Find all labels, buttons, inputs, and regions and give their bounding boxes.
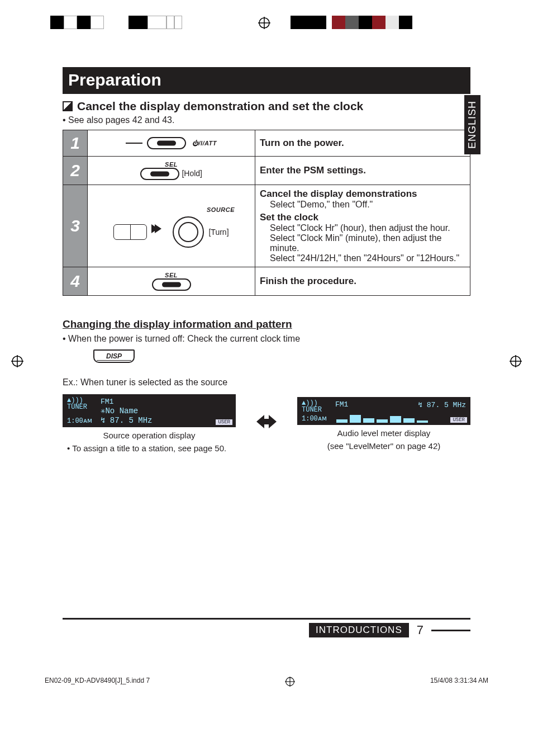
example-prefix: Ex.: When tuner is selected as the sourc… <box>63 377 470 388</box>
step-line: Select "Demo," then "Off." <box>260 200 465 210</box>
subsection2-title: Changing the display information and pat… <box>63 318 470 330</box>
step-row: 2 SEL [Hold] Enter the PSM settings. <box>63 157 470 185</box>
step-row: 3 SOURCE [Turn] Cancel the display demon… <box>63 185 470 267</box>
sel-button-icon <box>140 168 179 180</box>
leader-line-icon <box>126 143 142 144</box>
button-label: SOURCE <box>207 206 235 213</box>
button-label: SEL <box>140 161 202 168</box>
imprint-row: EN02-09_KD-ADV8490[J]_5.indd 7 15/4/08 3… <box>45 677 488 687</box>
level-meter-bars-icon <box>335 413 466 423</box>
lcd-display-meter: ▲))) TUNER FM1 ↯ 87. 5 MHz 1:00ᴀᴍ <box>297 397 470 425</box>
lcd-user-tag: USER <box>450 417 467 423</box>
pad-buttons-icon <box>113 224 147 240</box>
step-desc-title: Finish the procedure. <box>260 276 465 287</box>
caption2a: Audio level meter display <box>297 428 470 438</box>
lcd-band: FM1 <box>101 398 113 406</box>
caption1a: Source operation display <box>63 431 236 440</box>
registration-mark-icon <box>11 355 23 367</box>
subsection-title: Cancel the display demonstration and set… <box>77 100 363 113</box>
lcd-clock: 1:00ᴀᴍ <box>67 417 92 425</box>
lcd-display-source: ▲))) TUNER FM1 ✳No Name ↯ 87. 5 MHz 1:00… <box>63 394 236 427</box>
sel-button-icon <box>152 278 191 291</box>
step-number: 2 <box>63 157 88 185</box>
footer-section-label: INTRODUCTIONS <box>309 623 409 637</box>
registration-mark-icon <box>510 355 522 367</box>
lcd-freq: ↯ 87. 5 MHz <box>101 415 231 425</box>
skip-icon <box>151 224 168 240</box>
steps-table: 1 ⏻/I/ATT Turn on the power. 2 SEL [Hold… <box>63 130 470 296</box>
page-number: 7 <box>417 623 423 637</box>
lcd-tuner-label: TUNER <box>302 406 335 414</box>
bullet-box-icon <box>63 101 73 111</box>
lcd-tuner-label: TUNER <box>67 403 101 411</box>
registration-mark-icon <box>258 17 270 29</box>
footer: INTRODUCTIONS 7 <box>63 618 470 637</box>
action-label: [Turn] <box>208 228 229 237</box>
lcd-user-tag: USER <box>216 419 232 425</box>
dial-knob-icon <box>173 216 204 248</box>
language-tab: ENGLISH <box>464 95 480 154</box>
step-row: 1 ⏻/I/ATT Turn on the power. <box>63 130 470 157</box>
step-line: Select "Clock Hr" (hour), then adjust th… <box>260 223 465 233</box>
lcd-band: FM1 <box>335 400 348 409</box>
power-button-icon <box>147 137 186 149</box>
footer-bar-icon <box>431 630 470 631</box>
action-label: [Hold] <box>182 169 202 178</box>
step-desc-title: Turn on the power. <box>260 138 465 149</box>
caption1b: • To assign a title to a station, see pa… <box>63 443 236 453</box>
disp-button-icon: DISP <box>93 349 135 363</box>
step-number: 3 <box>63 185 88 267</box>
step-line: Select "24H/12H," then "24Hours" or "12H… <box>260 253 465 263</box>
registration-mark-icon <box>285 677 295 687</box>
crop-marks <box>0 11 533 34</box>
button-label: ⏻/I/ATT <box>192 140 217 147</box>
step-desc-title: Enter the PSM settings. <box>260 165 465 176</box>
button-label: SEL <box>92 272 250 278</box>
step-desc-title2: Set the clock <box>260 212 465 223</box>
imprint-time: 15/4/08 3:31:34 AM <box>430 677 488 687</box>
subsection2-note: • When the power is turned off: Check th… <box>63 334 470 344</box>
step-number: 4 <box>63 267 88 296</box>
lcd-name: ✳No Name <box>101 406 231 415</box>
lcd-clock: 1:00ᴀᴍ <box>302 414 327 423</box>
step-number: 1 <box>63 130 88 157</box>
caption2b: (see "LevelMeter" on page 42) <box>297 441 470 451</box>
lcd-freq: ↯ 87. 5 MHz <box>418 400 466 409</box>
imprint-file: EN02-09_KD-ADV8490[J]_5.indd 7 <box>45 677 150 687</box>
page-content: ENGLISH Preparation Cancel the display d… <box>63 67 470 453</box>
step-line: Select "Clock Min" (minute), then adjust… <box>260 233 465 253</box>
section-title: Preparation <box>68 70 465 89</box>
section-title-bar: Preparation <box>63 67 470 94</box>
swap-arrow-icon <box>256 412 277 436</box>
step-desc-title: Cancel the display demonstrations <box>260 188 465 200</box>
subsection-note: • See also pages 42 and 43. <box>63 115 470 125</box>
svg-marker-9 <box>256 415 277 428</box>
step-row: 4 SEL Finish the procedure. <box>63 267 470 296</box>
